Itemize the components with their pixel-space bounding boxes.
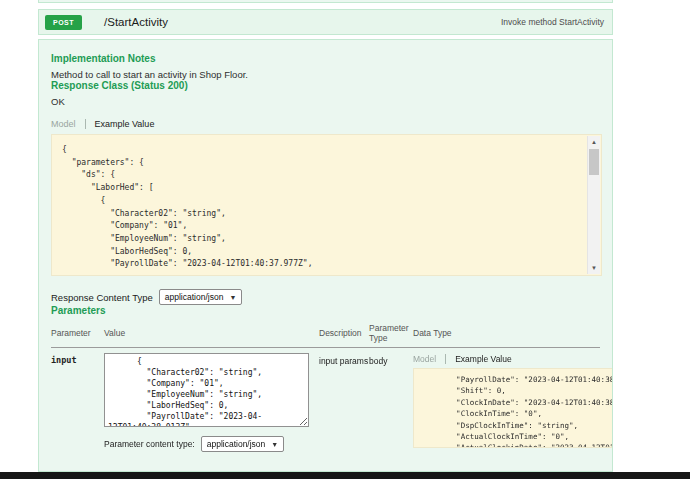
tab-model[interactable]: Model — [413, 354, 445, 364]
codeblock-scrollbar[interactable]: ▲ ▼ — [587, 136, 600, 274]
response-example-codeblock: { "parameters": { "ds": { "LaborHed": [ … — [51, 134, 602, 276]
parameter-content-type-label: Parameter content type: — [104, 439, 195, 449]
implementation-notes-text: Method to call to start an activity in S… — [51, 69, 600, 80]
parameters-table-header: Parameter Value Description Parameter Ty… — [51, 323, 600, 348]
response-status-text: OK — [51, 96, 600, 107]
col-data-type: Data Type — [413, 328, 600, 338]
screenshot-bottom-bar — [0, 472, 690, 479]
endpoint-invoke-hint: Invoke method StartActivity — [501, 17, 604, 27]
scrollbar-thumb[interactable] — [589, 149, 599, 175]
col-description: Description — [319, 328, 369, 338]
scroll-up-icon[interactable]: ▲ — [588, 136, 600, 148]
response-example-json: { "parameters": { "ds": { "LaborHed": [ … — [52, 135, 601, 276]
chevron-down-icon: ▼ — [271, 441, 278, 448]
parameter-row-input: input { "Character02": "string", "Compan… — [51, 348, 600, 452]
col-parameter-type: Parameter Type — [369, 323, 413, 343]
http-method-badge[interactable]: POST — [45, 15, 82, 30]
parameter-content-type-value: application/json — [207, 439, 266, 449]
response-content-type-label: Response Content Type — [51, 292, 153, 303]
parameter-content-type-select[interactable]: application/json ▼ — [201, 436, 285, 452]
response-content-type-value: application/json — [165, 292, 224, 302]
data-type-example-json: "PayrollDate": "2023-04-12T01:40:38.013Z… — [414, 369, 613, 448]
parameter-value-cell: { "Character02": "string", "Company": "0… — [104, 353, 319, 452]
previous-endpoint-edge — [38, 0, 613, 3]
col-value: Value — [104, 328, 319, 338]
parameter-type: body — [369, 353, 413, 452]
data-type-tabs: Model Example Value — [413, 354, 613, 364]
data-type-example-codeblock: "PayrollDate": "2023-04-12T01:40:38.013Z… — [413, 368, 613, 448]
tab-model[interactable]: Model — [51, 119, 85, 129]
response-content-type-select[interactable]: application/json ▼ — [159, 289, 243, 305]
endpoint-path[interactable]: /StartActivity — [104, 16, 168, 28]
scroll-down-icon[interactable]: ▼ — [588, 262, 600, 274]
parameters-heading: Parameters — [51, 305, 600, 316]
endpoint-content-panel: Implementation Notes Method to call to s… — [38, 39, 613, 472]
response-content-type-row: Response Content Type application/json ▼ — [51, 289, 600, 305]
response-class-heading: Response Class (Status 200) — [51, 80, 600, 91]
parameter-value-textarea[interactable]: { "Character02": "string", "Company": "0… — [104, 353, 309, 427]
parameter-name: input — [51, 353, 104, 452]
parameter-content-type-row: Parameter content type: application/json… — [104, 436, 319, 452]
chevron-down-icon: ▼ — [229, 294, 236, 301]
tab-example-value[interactable]: Example Value — [85, 119, 155, 129]
parameter-description: input params — [319, 353, 369, 452]
data-type-cell: Model Example Value "PayrollDate": "2023… — [413, 353, 613, 452]
col-parameter: Parameter — [51, 328, 104, 338]
tab-example-value[interactable]: Example Value — [445, 354, 512, 364]
response-example-tabs: Model Example Value — [51, 119, 600, 129]
implementation-notes-heading: Implementation Notes — [51, 53, 600, 64]
endpoint-header[interactable]: POST /StartActivity Invoke method StartA… — [38, 9, 613, 35]
